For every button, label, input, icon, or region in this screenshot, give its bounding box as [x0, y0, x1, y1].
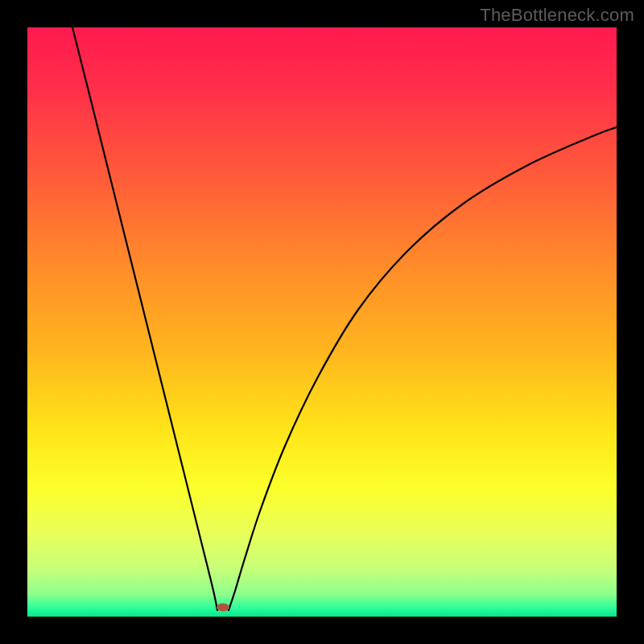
watermark-text: TheBottleneck.com	[480, 5, 634, 26]
optimal-marker	[217, 604, 229, 612]
chart-frame: TheBottleneck.com	[0, 0, 644, 644]
plot-area	[27, 27, 617, 617]
plot-svg	[27, 27, 617, 617]
gradient-background	[27, 27, 617, 617]
